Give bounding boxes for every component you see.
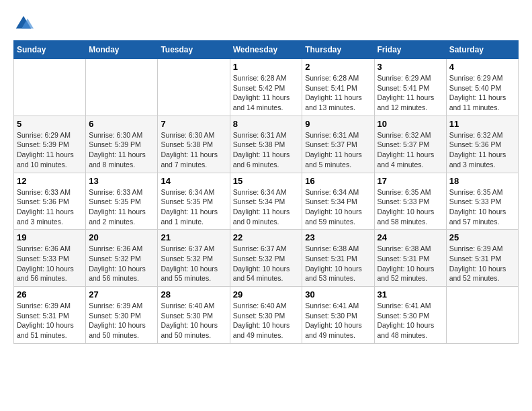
logo xyxy=(13,13,36,34)
day-info: Sunrise: 6:29 AM Sunset: 5:40 PM Dayligh… xyxy=(449,73,515,113)
day-number: 6 xyxy=(89,119,154,129)
day-info: Sunrise: 6:39 AM Sunset: 5:31 PM Dayligh… xyxy=(17,301,83,340)
calendar-cell: 24Sunrise: 6:38 AM Sunset: 5:31 PM Dayli… xyxy=(374,230,446,287)
day-number: 27 xyxy=(89,289,154,300)
calendar-header: SundayMondayTuesdayWednesdayThursdayFrid… xyxy=(14,41,519,59)
calendar-cell: 28Sunrise: 6:40 AM Sunset: 5:30 PM Dayli… xyxy=(158,287,230,344)
day-info: Sunrise: 6:38 AM Sunset: 5:31 PM Dayligh… xyxy=(305,244,371,283)
day-info: Sunrise: 6:32 AM Sunset: 5:36 PM Dayligh… xyxy=(449,130,515,170)
header-day: Saturday xyxy=(446,41,518,59)
day-number: 29 xyxy=(233,289,300,300)
day-number: 10 xyxy=(378,119,443,129)
day-number: 12 xyxy=(17,176,83,186)
day-info: Sunrise: 6:35 AM Sunset: 5:33 PM Dayligh… xyxy=(378,187,443,227)
calendar-cell: 1Sunrise: 6:28 AM Sunset: 5:42 PM Daylig… xyxy=(230,59,302,116)
calendar-cell: 20Sunrise: 6:36 AM Sunset: 5:32 PM Dayli… xyxy=(86,230,158,287)
calendar-cell: 12Sunrise: 6:33 AM Sunset: 5:36 PM Dayli… xyxy=(14,173,86,230)
day-info: Sunrise: 6:36 AM Sunset: 5:33 PM Dayligh… xyxy=(17,244,83,283)
calendar-cell: 14Sunrise: 6:34 AM Sunset: 5:35 PM Dayli… xyxy=(158,173,230,230)
day-info: Sunrise: 6:37 AM Sunset: 5:32 PM Dayligh… xyxy=(161,244,226,283)
calendar-cell: 11Sunrise: 6:32 AM Sunset: 5:36 PM Dayli… xyxy=(446,116,518,173)
calendar-cell: 30Sunrise: 6:41 AM Sunset: 5:30 PM Dayli… xyxy=(302,287,374,344)
calendar-body: 1Sunrise: 6:28 AM Sunset: 5:42 PM Daylig… xyxy=(14,59,519,344)
day-number: 5 xyxy=(17,119,83,129)
calendar-cell: 10Sunrise: 6:32 AM Sunset: 5:37 PM Dayli… xyxy=(374,116,446,173)
calendar-cell xyxy=(446,287,518,344)
calendar-table: SundayMondayTuesdayWednesdayThursdayFrid… xyxy=(13,40,519,344)
day-number: 1 xyxy=(233,62,300,72)
day-number: 22 xyxy=(233,232,300,242)
day-info: Sunrise: 6:37 AM Sunset: 5:32 PM Dayligh… xyxy=(233,244,300,283)
day-info: Sunrise: 6:41 AM Sunset: 5:30 PM Dayligh… xyxy=(378,301,443,340)
calendar-cell xyxy=(86,59,158,116)
day-number: 19 xyxy=(17,232,83,242)
day-info: Sunrise: 6:35 AM Sunset: 5:33 PM Dayligh… xyxy=(449,187,515,227)
calendar-row: 19Sunrise: 6:36 AM Sunset: 5:33 PM Dayli… xyxy=(14,230,519,287)
day-number: 11 xyxy=(449,119,515,129)
calendar-cell: 21Sunrise: 6:37 AM Sunset: 5:32 PM Dayli… xyxy=(158,230,230,287)
calendar-cell: 25Sunrise: 6:39 AM Sunset: 5:31 PM Dayli… xyxy=(446,230,518,287)
calendar-cell: 6Sunrise: 6:30 AM Sunset: 5:39 PM Daylig… xyxy=(86,116,158,173)
calendar-cell: 17Sunrise: 6:35 AM Sunset: 5:33 PM Dayli… xyxy=(374,173,446,230)
day-info: Sunrise: 6:39 AM Sunset: 5:30 PM Dayligh… xyxy=(89,301,154,340)
page-header xyxy=(13,13,519,34)
day-number: 15 xyxy=(233,176,300,186)
calendar-cell: 5Sunrise: 6:29 AM Sunset: 5:39 PM Daylig… xyxy=(14,116,86,173)
day-number: 28 xyxy=(161,289,226,300)
day-number: 30 xyxy=(305,289,371,300)
calendar-cell xyxy=(158,59,230,116)
calendar-row: 26Sunrise: 6:39 AM Sunset: 5:31 PM Dayli… xyxy=(14,287,519,344)
calendar-cell: 2Sunrise: 6:28 AM Sunset: 5:41 PM Daylig… xyxy=(302,59,374,116)
day-info: Sunrise: 6:34 AM Sunset: 5:34 PM Dayligh… xyxy=(233,187,300,227)
day-info: Sunrise: 6:29 AM Sunset: 5:39 PM Dayligh… xyxy=(17,130,83,170)
day-number: 25 xyxy=(449,232,515,242)
day-number: 23 xyxy=(305,232,371,242)
day-number: 4 xyxy=(449,62,515,72)
calendar-cell: 27Sunrise: 6:39 AM Sunset: 5:30 PM Dayli… xyxy=(86,287,158,344)
day-number: 16 xyxy=(305,176,371,186)
day-number: 31 xyxy=(378,289,443,300)
calendar-cell: 26Sunrise: 6:39 AM Sunset: 5:31 PM Dayli… xyxy=(14,287,86,344)
day-info: Sunrise: 6:28 AM Sunset: 5:41 PM Dayligh… xyxy=(305,73,371,113)
day-info: Sunrise: 6:29 AM Sunset: 5:41 PM Dayligh… xyxy=(378,73,443,113)
day-number: 13 xyxy=(89,176,154,186)
day-info: Sunrise: 6:34 AM Sunset: 5:34 PM Dayligh… xyxy=(305,187,371,227)
day-number: 9 xyxy=(305,119,371,129)
header-day: Friday xyxy=(374,41,446,59)
calendar-cell: 9Sunrise: 6:31 AM Sunset: 5:37 PM Daylig… xyxy=(302,116,374,173)
day-number: 7 xyxy=(161,119,226,129)
header-day: Wednesday xyxy=(230,41,302,59)
calendar-cell: 3Sunrise: 6:29 AM Sunset: 5:41 PM Daylig… xyxy=(374,59,446,116)
calendar-cell: 19Sunrise: 6:36 AM Sunset: 5:33 PM Dayli… xyxy=(14,230,86,287)
day-number: 20 xyxy=(89,232,154,242)
calendar-cell: 8Sunrise: 6:31 AM Sunset: 5:38 PM Daylig… xyxy=(230,116,302,173)
day-info: Sunrise: 6:31 AM Sunset: 5:37 PM Dayligh… xyxy=(305,130,371,170)
day-info: Sunrise: 6:30 AM Sunset: 5:38 PM Dayligh… xyxy=(161,130,226,170)
day-info: Sunrise: 6:32 AM Sunset: 5:37 PM Dayligh… xyxy=(378,130,443,170)
day-info: Sunrise: 6:28 AM Sunset: 5:42 PM Dayligh… xyxy=(233,73,300,113)
day-info: Sunrise: 6:33 AM Sunset: 5:35 PM Dayligh… xyxy=(89,187,154,227)
day-info: Sunrise: 6:36 AM Sunset: 5:32 PM Dayligh… xyxy=(89,244,154,283)
day-number: 24 xyxy=(378,232,443,242)
day-info: Sunrise: 6:38 AM Sunset: 5:31 PM Dayligh… xyxy=(378,244,443,283)
calendar-cell: 29Sunrise: 6:40 AM Sunset: 5:30 PM Dayli… xyxy=(230,287,302,344)
day-number: 21 xyxy=(161,232,226,242)
day-info: Sunrise: 6:40 AM Sunset: 5:30 PM Dayligh… xyxy=(233,301,300,340)
day-number: 26 xyxy=(17,289,83,300)
calendar-cell: 31Sunrise: 6:41 AM Sunset: 5:30 PM Dayli… xyxy=(374,287,446,344)
header-day: Monday xyxy=(86,41,158,59)
day-info: Sunrise: 6:34 AM Sunset: 5:35 PM Dayligh… xyxy=(161,187,226,227)
day-number: 2 xyxy=(305,62,371,72)
header-day: Sunday xyxy=(14,41,86,59)
day-number: 14 xyxy=(161,176,226,186)
day-number: 17 xyxy=(378,176,443,186)
day-info: Sunrise: 6:39 AM Sunset: 5:31 PM Dayligh… xyxy=(449,244,515,283)
calendar-cell: 18Sunrise: 6:35 AM Sunset: 5:33 PM Dayli… xyxy=(446,173,518,230)
day-number: 8 xyxy=(233,119,300,129)
calendar-row: 1Sunrise: 6:28 AM Sunset: 5:42 PM Daylig… xyxy=(14,59,519,116)
day-info: Sunrise: 6:41 AM Sunset: 5:30 PM Dayligh… xyxy=(305,301,371,340)
calendar-cell xyxy=(14,59,86,116)
calendar-cell: 16Sunrise: 6:34 AM Sunset: 5:34 PM Dayli… xyxy=(302,173,374,230)
day-info: Sunrise: 6:30 AM Sunset: 5:39 PM Dayligh… xyxy=(89,130,154,170)
day-number: 3 xyxy=(378,62,443,72)
